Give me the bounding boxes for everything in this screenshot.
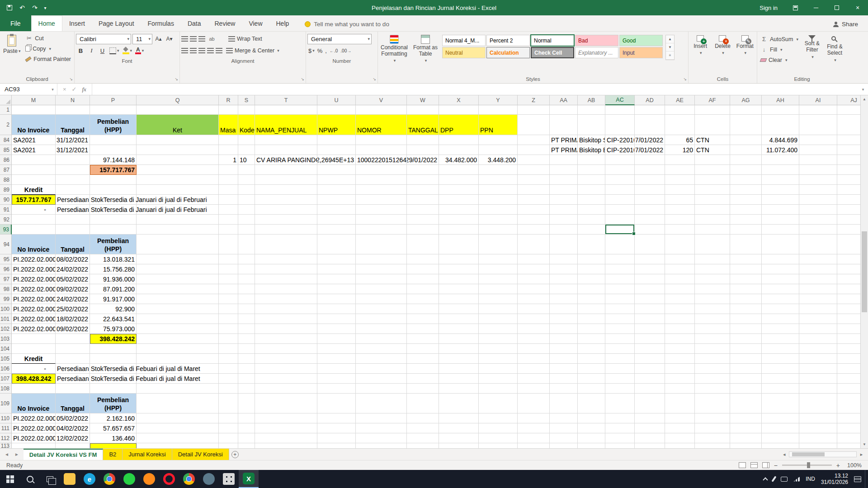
row-header-107[interactable]: 107 <box>0 374 12 384</box>
cell-S109[interactable] <box>238 394 255 413</box>
cell-AA92[interactable] <box>550 215 578 225</box>
row-header-111[interactable]: 111 <box>0 423 12 433</box>
decrease-indent-icon[interactable] <box>207 48 214 53</box>
cell-V1[interactable] <box>356 105 407 115</box>
cell-U106[interactable] <box>317 364 356 374</box>
cell-AB107[interactable] <box>578 374 605 384</box>
cell-V95[interactable] <box>356 254 407 264</box>
cell-AE92[interactable] <box>665 215 695 225</box>
cell-Z84[interactable] <box>518 135 550 145</box>
cell-AJ1[interactable] <box>837 105 860 115</box>
cell-Y90[interactable] <box>479 195 518 205</box>
cell-N96[interactable]: 24/02/2022 <box>56 264 90 274</box>
cell-style-good[interactable]: Good <box>619 35 663 46</box>
cell-AI109[interactable] <box>799 394 837 413</box>
cell-AA110[interactable] <box>550 413 578 423</box>
row-header-84[interactable]: 84 <box>0 135 12 145</box>
cell-AB96[interactable] <box>578 264 605 274</box>
cell-Q86[interactable] <box>137 155 219 165</box>
cell-AH105[interactable] <box>762 354 799 364</box>
cell-AE95[interactable] <box>665 254 695 264</box>
cell-R97[interactable] <box>219 274 238 284</box>
sort-filter-button[interactable]: Sort & Filter ▾ <box>802 33 823 59</box>
cell-Z86[interactable] <box>518 155 550 165</box>
cell-P92[interactable] <box>90 215 137 225</box>
cell-P104[interactable] <box>90 344 137 354</box>
sheet-tab-jurnal-koreksi[interactable]: Jurnal Koreksi <box>123 449 172 460</box>
cell-Q96[interactable] <box>137 264 219 274</box>
cell-N103[interactable] <box>56 334 90 344</box>
cell-X96[interactable] <box>439 264 479 274</box>
cell-AI110[interactable] <box>799 413 837 423</box>
cell-AB110[interactable] <box>578 413 605 423</box>
cell-AD102[interactable] <box>635 324 665 334</box>
cell-M105[interactable]: Kredit <box>12 354 56 364</box>
cell-AC89[interactable] <box>605 185 635 195</box>
cell-S112[interactable] <box>238 433 255 443</box>
cell-T89[interactable] <box>255 185 317 195</box>
ribbon-tab-insert[interactable]: Insert <box>62 15 92 31</box>
horizontal-scrollbar[interactable]: ◄ ► <box>780 449 868 460</box>
cell-X110[interactable] <box>439 413 479 423</box>
start-button[interactable] <box>0 470 20 488</box>
cell-U98[interactable] <box>317 284 356 294</box>
cell-AD109[interactable] <box>635 394 665 413</box>
cell-AJ99[interactable] <box>837 294 860 304</box>
cell-M104[interactable] <box>12 344 56 354</box>
cell-P101[interactable]: 22.643.541 <box>90 314 137 324</box>
cell-AJ88[interactable] <box>837 175 860 185</box>
cell-Q105[interactable] <box>137 354 219 364</box>
cell-AC102[interactable] <box>605 324 635 334</box>
cell-S99[interactable] <box>238 294 255 304</box>
cell-T96[interactable] <box>255 264 317 274</box>
search-button[interactable] <box>20 470 40 488</box>
cell-AI113[interactable] <box>799 443 837 448</box>
formula-bar-expand-button[interactable]: ▾ <box>858 84 868 95</box>
cell-V87[interactable] <box>356 165 407 175</box>
cell-M2[interactable]: No Invoice <box>12 115 56 135</box>
cell-AD103[interactable] <box>635 334 665 344</box>
cell-T88[interactable] <box>255 175 317 185</box>
cell-V99[interactable] <box>356 294 407 304</box>
cell-AH85[interactable]: 11.072.400 <box>762 145 799 155</box>
cell-M100[interactable]: PI.2022.02.00046 <box>12 304 56 314</box>
cell-Y103[interactable] <box>479 334 518 344</box>
cell-S105[interactable] <box>238 354 255 364</box>
cell-AF113[interactable] <box>695 443 730 448</box>
cell-R104[interactable] <box>219 344 238 354</box>
cell-X97[interactable] <box>439 274 479 284</box>
cell-AF110[interactable] <box>695 413 730 423</box>
cell-AH103[interactable] <box>762 334 799 344</box>
cell-M91[interactable]: - <box>12 205 56 215</box>
cell-R89[interactable] <box>219 185 238 195</box>
align-bottom-icon[interactable] <box>198 36 205 42</box>
cell-AI108[interactable] <box>799 384 837 394</box>
cell-N104[interactable] <box>56 344 90 354</box>
cell-AB92[interactable] <box>578 215 605 225</box>
cell-AG93[interactable] <box>730 225 762 235</box>
cell-P105[interactable] <box>90 354 137 364</box>
cell-R94[interactable] <box>219 235 238 254</box>
cell-Y93[interactable] <box>479 225 518 235</box>
number-dialog-launcher[interactable]: ↘ <box>373 77 376 81</box>
cell-AC101[interactable] <box>605 314 635 324</box>
cell-W2[interactable]: TANGGAL <box>407 115 439 135</box>
cell-AG88[interactable] <box>730 175 762 185</box>
cell-W88[interactable] <box>407 175 439 185</box>
cell-T86[interactable]: CV ARIRA PANGINDO <box>255 155 317 165</box>
cell-N86[interactable] <box>56 155 90 165</box>
horizontal-scroll-track[interactable] <box>789 451 857 457</box>
cell-X113[interactable] <box>439 443 479 448</box>
cell-U91[interactable] <box>317 205 356 215</box>
percent-style-button[interactable]: % <box>317 47 323 54</box>
cell-Q87[interactable] <box>137 165 219 175</box>
cell-M97[interactable]: PI.2022.02.00057 <box>12 274 56 284</box>
cell-AJ91[interactable] <box>837 205 860 215</box>
cell-AI2[interactable] <box>799 115 837 135</box>
cell-N109[interactable]: Tanggal <box>56 394 90 413</box>
comma-style-button[interactable]: , <box>325 47 327 54</box>
cell-U85[interactable] <box>317 145 356 155</box>
cell-M88[interactable] <box>12 175 56 185</box>
cell-P84[interactable] <box>90 135 137 145</box>
cell-AC96[interactable] <box>605 264 635 274</box>
